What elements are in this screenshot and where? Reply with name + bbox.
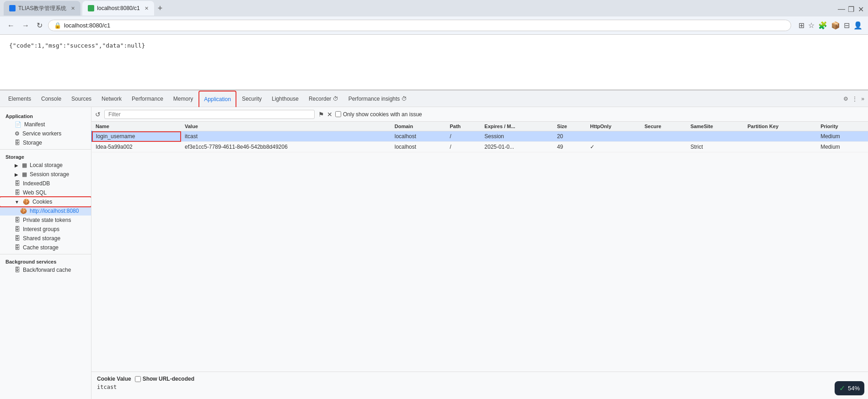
reload-button[interactable]: ↻ xyxy=(35,20,44,31)
tab-security[interactable]: Security xyxy=(237,91,266,107)
cookie-value-header: Cookie Value Show URL-decoded xyxy=(97,376,863,382)
more-icon[interactable]: ⋮ xyxy=(852,96,857,102)
cookie-table-body: login_usernameitcastlocalhost/Session20M… xyxy=(92,131,868,152)
row0-col1: itcast xyxy=(181,131,391,142)
devtools-tab-bar: Elements Console Sources Network Perform… xyxy=(0,91,868,107)
cookies-icon: 🍪 xyxy=(23,199,30,205)
sidebar-item-storage[interactable]: 🗄 Storage xyxy=(0,138,91,147)
bookmark-icon[interactable]: ☆ xyxy=(808,21,814,30)
col-path: Path xyxy=(446,122,481,131)
extension2-icon[interactable]: 📦 xyxy=(831,21,840,30)
row0-col2: localhost xyxy=(391,131,446,142)
col-httponly: HttpOnly xyxy=(586,122,641,131)
tab-performance-insights[interactable]: Performance insights ⏱ xyxy=(344,91,412,107)
sidebar-item-cache-storage[interactable]: 🗄 Cache storage xyxy=(0,243,91,252)
url-box[interactable]: 🔒 localhost:8080/c1 xyxy=(48,20,791,31)
sidebar-item-indexeddb[interactable]: 🗄 IndexedDB xyxy=(0,179,91,188)
row1-col10: Medium xyxy=(817,142,868,152)
profile-icon[interactable]: 👤 xyxy=(853,21,863,30)
sidebar-item-private-state-tokens[interactable]: 🗄 Private state tokens xyxy=(0,216,91,225)
tab-network[interactable]: Network xyxy=(97,91,126,107)
title-bar: TLIAS教学管理系统 ✕ localhost:8080/c1 ✕ + — ❐ … xyxy=(0,0,868,16)
sidebar-icon[interactable]: ⊟ xyxy=(844,21,850,30)
tab-sources[interactable]: Sources xyxy=(67,91,96,107)
new-tab-button[interactable]: + xyxy=(158,4,163,13)
sidebar-session-storage-label: Session storage xyxy=(30,171,69,178)
divider1 xyxy=(0,149,91,150)
cookies-arrow: ▼ xyxy=(15,200,19,205)
row1-col7 xyxy=(641,142,686,152)
row0-col5: 20 xyxy=(553,131,586,142)
sidebar-cache-storage-label: Cache storage xyxy=(23,244,59,251)
sidebar-item-cookies-localhost[interactable]: 🍪 http://localhost:8080 xyxy=(0,206,91,216)
table-row[interactable]: Idea-5a99a002ef3e1cc5-7789-4611-8e46-542… xyxy=(92,142,868,152)
sidebar-item-local-storage[interactable]: ▶ ▦ Local storage xyxy=(0,161,91,170)
devtools-sidebar: Application 📄 Manifest ⚙ Service workers… xyxy=(0,107,91,399)
show-url-decoded-checkbox[interactable] xyxy=(135,376,141,382)
close-button[interactable]: ✕ xyxy=(858,5,864,11)
table-row[interactable]: login_usernameitcastlocalhost/Session20M… xyxy=(92,131,868,142)
row1-col5: 49 xyxy=(553,142,586,152)
row1-col1: ef3e1cc5-7789-4611-8e46-542bb8d49206 xyxy=(181,142,391,152)
tab-application[interactable]: Application xyxy=(198,91,236,107)
sidebar-storage-label: Storage xyxy=(23,140,42,146)
tab2-favicon xyxy=(88,5,94,11)
col-domain: Domain xyxy=(391,122,446,131)
row0-col9 xyxy=(744,131,817,142)
col-size: Size xyxy=(553,122,586,131)
minimize-button[interactable]: — xyxy=(838,5,844,11)
row1-col8: Strict xyxy=(687,142,744,152)
row0-col8 xyxy=(687,131,744,142)
row1-col3: / xyxy=(446,142,481,152)
tab-lighthouse[interactable]: Lighthouse xyxy=(267,91,303,107)
tab-performance[interactable]: Performance xyxy=(127,91,168,107)
tab-memory[interactable]: Memory xyxy=(169,91,198,107)
url-text: localhost:8080/c1 xyxy=(64,22,110,29)
lock-icon: 🔒 xyxy=(54,22,61,29)
sidebar-item-cookies[interactable]: ▼ 🍪 Cookies xyxy=(0,197,91,206)
sidebar-cookies-localhost-label: http://localhost:8080 xyxy=(30,208,79,214)
cookie-table-container: Name Value Domain Path Expires / M... Si… xyxy=(91,122,868,372)
translate-icon[interactable]: ⊞ xyxy=(798,21,804,30)
settings-icon[interactable]: ⚙ xyxy=(843,96,848,102)
back-button[interactable]: ← xyxy=(5,21,16,31)
sidebar-item-service-workers[interactable]: ⚙ Service workers xyxy=(0,129,91,138)
page-content: {"code":1,"msg":"success","data":null} xyxy=(0,35,868,90)
tab1-favicon xyxy=(9,5,16,11)
sidebar-item-back-forward-cache[interactable]: 🗄 Back/forward cache xyxy=(0,265,91,275)
restore-button[interactable]: ❐ xyxy=(848,5,854,11)
sidebar-item-session-storage[interactable]: ▶ ▦ Session storage xyxy=(0,170,91,179)
sidebar-item-web-sql[interactable]: 🗄 Web SQL xyxy=(0,188,91,197)
tab-1[interactable]: TLIAS教学管理系统 ✕ xyxy=(4,1,80,16)
status-percent: 54% xyxy=(848,385,860,392)
sidebar-web-sql-label: Web SQL xyxy=(23,189,47,196)
window-controls: — ❐ ✕ xyxy=(838,5,864,11)
tab-elements[interactable]: Elements xyxy=(4,91,36,107)
show-issues-label: Only show cookies with an issue xyxy=(343,111,422,118)
tab2-close[interactable]: ✕ xyxy=(145,5,149,11)
row1-col2: localhost xyxy=(391,142,446,152)
clear-cookies-button[interactable]: ✕ xyxy=(327,111,332,118)
storage-section-title: Storage xyxy=(0,151,91,161)
refresh-cookies-button[interactable]: ↺ xyxy=(95,111,101,118)
sidebar-item-manifest[interactable]: 📄 Manifest xyxy=(0,120,91,129)
sidebar-item-interest-groups[interactable]: 🗄 Interest groups xyxy=(0,225,91,234)
tab-recorder[interactable]: Recorder ⏱ xyxy=(304,91,343,107)
col-priority: Priority xyxy=(817,122,868,131)
show-issues-checkbox[interactable] xyxy=(335,111,341,117)
forward-button[interactable]: → xyxy=(20,21,31,31)
tab-2[interactable]: localhost:8080/c1 ✕ xyxy=(82,1,154,16)
status-badge: ✓ 54% xyxy=(835,381,864,395)
undock-icon[interactable]: » xyxy=(861,96,864,102)
row0-col10: Medium xyxy=(817,131,868,142)
sidebar-item-shared-storage[interactable]: 🗄 Shared storage xyxy=(0,234,91,243)
tab1-close[interactable]: ✕ xyxy=(71,5,75,11)
extension1-icon[interactable]: 🧩 xyxy=(818,21,827,30)
filter-input[interactable] xyxy=(104,110,315,119)
filter-icon-button[interactable]: ⚑ xyxy=(318,111,324,118)
row1-col6: ✓ xyxy=(586,142,641,152)
sidebar-local-storage-label: Local storage xyxy=(30,162,63,168)
sidebar-back-forward-label: Back/forward cache xyxy=(23,267,71,273)
tab-console[interactable]: Console xyxy=(37,91,66,107)
col-name: Name xyxy=(92,122,181,131)
